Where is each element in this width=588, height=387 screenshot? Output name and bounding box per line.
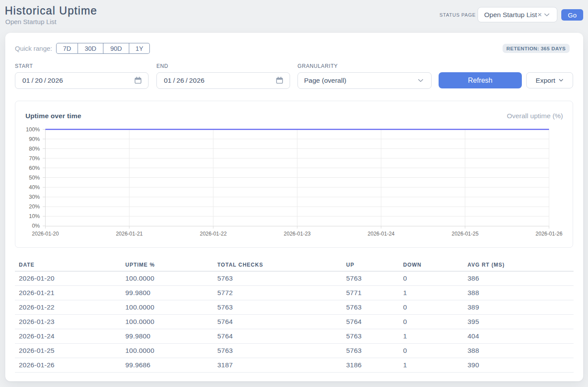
svg-text:80%: 80% <box>29 146 40 152</box>
svg-text:100%: 100% <box>26 127 40 133</box>
svg-text:0%: 0% <box>32 223 40 229</box>
svg-text:70%: 70% <box>29 155 40 162</box>
svg-text:10%: 10% <box>29 213 40 219</box>
svg-text:30%: 30% <box>29 194 40 200</box>
svg-text:2026-01-22: 2026-01-22 <box>200 231 227 237</box>
svg-text:2026-01-26: 2026-01-26 <box>535 231 563 237</box>
svg-text:40%: 40% <box>29 184 40 190</box>
svg-text:2026-01-24: 2026-01-24 <box>368 231 395 237</box>
svg-text:2026-01-23: 2026-01-23 <box>284 231 311 237</box>
svg-text:2026-01-21: 2026-01-21 <box>116 231 143 237</box>
svg-text:20%: 20% <box>29 204 40 210</box>
svg-text:50%: 50% <box>29 175 40 181</box>
svg-text:2026-01-20: 2026-01-20 <box>32 231 59 237</box>
svg-text:90%: 90% <box>29 136 40 142</box>
svg-text:2026-01-25: 2026-01-25 <box>452 231 479 237</box>
svg-text:60%: 60% <box>29 165 40 171</box>
